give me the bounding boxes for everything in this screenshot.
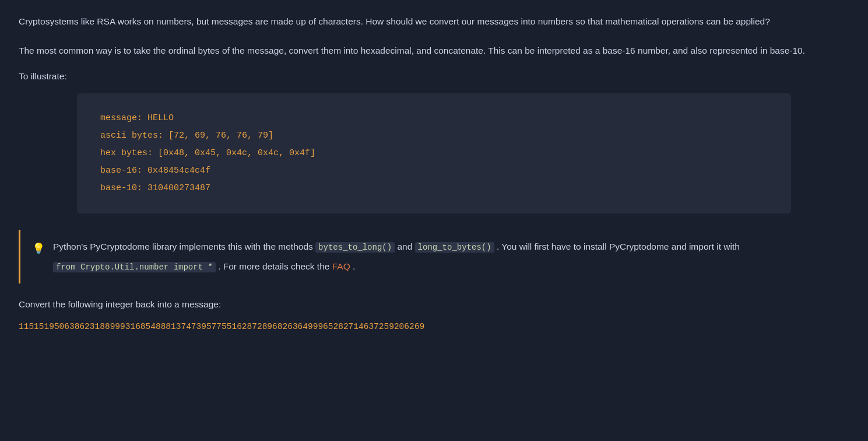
callout-line2: from Crypto.Util.number import * . For m… [53, 259, 740, 274]
callout-with1: with [245, 242, 261, 251]
code-line-5: base-10: 310400273487 [100, 180, 768, 197]
callout-text-middle: the methods [263, 242, 315, 251]
callout-line1: Python's PyCryptodome library implements… [53, 239, 740, 254]
callout-and: and [397, 242, 414, 251]
callout-period: . [353, 261, 355, 271]
big-number: 1151519506386231889993168548881374739577… [19, 320, 849, 334]
code-line-2: ascii bytes: [72, 69, 76, 76, 79] [100, 127, 768, 145]
code-line-3: hex bytes: [0x48, 0x45, 0x4c, 0x4c, 0x4f… [100, 145, 768, 162]
callout-text-before: Python's PyCryptodome library implements… [53, 242, 245, 251]
callout-content: Python's PyCryptodome library implements… [53, 239, 740, 274]
import-code: from Crypto.Util.number import * [53, 262, 216, 272]
illustrate-label: To illustrate: [19, 69, 849, 84]
code-line-1: message: HELLO [100, 110, 768, 127]
callout-box: 💡 Python's PyCryptodome library implemen… [19, 230, 849, 284]
callout-with2: with [723, 242, 740, 251]
callout-line2-after: . For more details check the [218, 261, 332, 271]
intro-paragraph2: The most common way is to take the ordin… [19, 43, 849, 58]
callout-text-after: . You will first have to install PyCrypt… [497, 242, 723, 251]
code-line-4: base-16: 0x48454c4c4f [100, 162, 768, 180]
faq-link[interactable]: FAQ [332, 261, 350, 271]
intro-paragraph1: Cryptosystems like RSA works on numbers,… [19, 14, 849, 29]
method2-code: long_to_bytes() [415, 242, 494, 253]
convert-section: Convert the following integer back into … [19, 298, 849, 334]
callout-inner: 💡 Python's PyCryptodome library implemen… [32, 239, 838, 274]
method1-code: bytes_to_long() [315, 242, 395, 253]
convert-label: Convert the following integer back into … [19, 298, 849, 312]
code-block: message: HELLO ascii bytes: [72, 69, 76,… [77, 93, 791, 214]
lightbulb-icon: 💡 [32, 240, 45, 257]
